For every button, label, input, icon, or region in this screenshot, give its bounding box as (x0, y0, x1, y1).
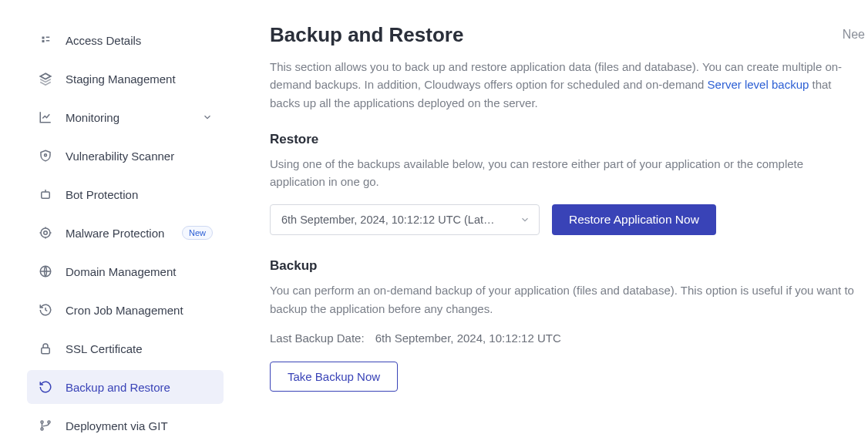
last-backup-row: Last Backup Date: 6th September, 2024, 1… (270, 331, 868, 345)
git-branch-icon (38, 418, 53, 433)
sidebar-item-staging[interactable]: Staging Management (27, 62, 224, 96)
sidebar-item-backup-restore[interactable]: Backup and Restore (27, 370, 224, 404)
sidebar-item-label: Access Details (66, 34, 213, 47)
sidebar-item-malware[interactable]: Malware Protection New (27, 216, 224, 250)
sidebar-item-domain[interactable]: Domain Management (27, 254, 224, 288)
chart-line-icon (38, 109, 53, 125)
main-content: Nee Backup and Restore This section allo… (231, 0, 868, 434)
top-right-text: Nee (843, 28, 865, 42)
svg-rect-5 (42, 348, 50, 354)
sidebar-item-label: Backup and Restore (66, 381, 213, 394)
sidebar-item-monitoring[interactable]: Monitoring (27, 100, 224, 134)
restore-description: Using one of the backups available below… (270, 155, 856, 191)
sidebar-item-label: Domain Management (66, 265, 213, 278)
page-title: Backup and Restore (270, 23, 868, 47)
sidebar-item-access-details[interactable]: Access Details (27, 23, 224, 57)
restore-application-button[interactable]: Restore Application Now (552, 204, 716, 235)
svg-point-3 (44, 231, 48, 235)
lock-icon (38, 341, 53, 356)
restore-controls: 6th September, 2024, 10:12:12 UTC (Lat… … (270, 204, 868, 235)
last-backup-value: 6th September, 2024, 10:12:12 UTC (375, 331, 561, 345)
sidebar-item-label: Bot Protection (66, 188, 213, 201)
backup-select-wrap: 6th September, 2024, 10:12:12 UTC (Lat… (270, 204, 540, 235)
access-details-icon (38, 32, 53, 48)
globe-icon (38, 264, 53, 279)
svg-rect-1 (42, 192, 50, 198)
bug-scan-icon (38, 225, 53, 241)
sidebar-item-label: Vulnerability Scanner (66, 150, 213, 163)
sidebar-item-label: Monitoring (66, 111, 190, 124)
last-backup-label: Last Backup Date: (270, 331, 365, 345)
page-description: This section allows you to back up and r… (270, 58, 856, 112)
new-badge: New (182, 226, 213, 240)
svg-point-8 (41, 428, 43, 430)
sidebar-item-cron[interactable]: Cron Job Management (27, 293, 224, 327)
sidebar-item-vulnerability[interactable]: Vulnerability Scanner (27, 139, 224, 173)
svg-point-0 (45, 154, 47, 156)
layers-icon (38, 71, 53, 86)
svg-point-7 (48, 421, 50, 423)
svg-point-2 (41, 228, 50, 237)
sidebar-item-ssl[interactable]: SSL Certificate (27, 331, 224, 365)
backup-select[interactable]: 6th September, 2024, 10:12:12 UTC (Lat… (270, 204, 540, 235)
shield-icon (38, 148, 53, 163)
sidebar-item-label: SSL Certificate (66, 342, 213, 355)
server-level-backup-link[interactable]: Server level backup (708, 78, 809, 91)
restore-icon (38, 379, 53, 395)
restore-heading: Restore (270, 132, 868, 147)
sidebar-item-git[interactable]: Deployment via GIT (27, 409, 224, 434)
history-icon (38, 302, 53, 318)
backup-heading: Backup (270, 258, 868, 274)
robot-icon (38, 187, 53, 202)
svg-point-6 (41, 421, 43, 423)
chevron-down-icon (202, 112, 213, 123)
sidebar-item-bot-protection[interactable]: Bot Protection (27, 177, 224, 211)
sidebar-item-label: Staging Management (66, 72, 213, 86)
take-backup-button[interactable]: Take Backup Now (270, 362, 398, 392)
sidebar: Access Details Staging Management Monito… (0, 0, 231, 434)
backup-description: You can perform an on-demand backup of y… (270, 281, 856, 318)
sidebar-item-label: Cron Job Management (66, 304, 213, 317)
sidebar-item-label: Malware Protection (66, 227, 170, 240)
sidebar-item-label: Deployment via GIT (66, 419, 213, 432)
